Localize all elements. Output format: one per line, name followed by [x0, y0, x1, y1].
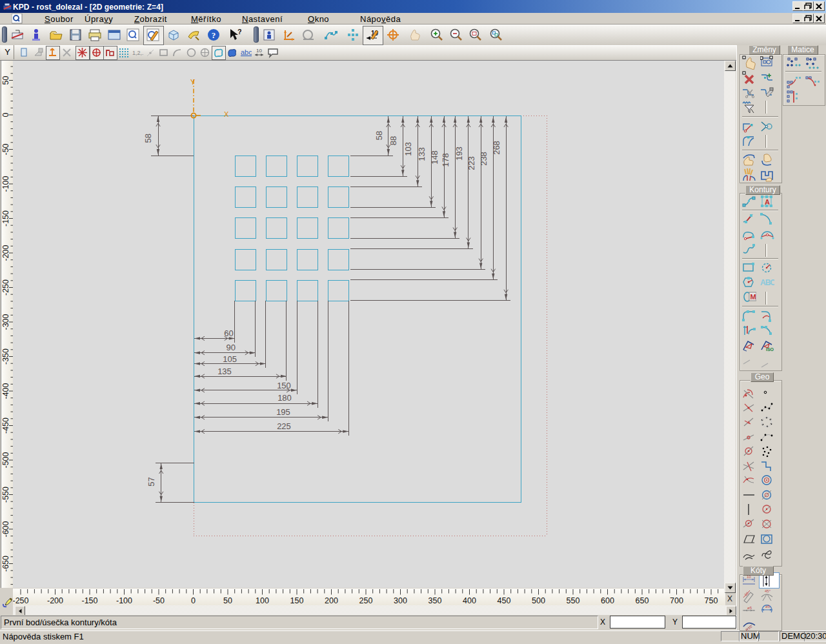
svg-text:-50: -50 — [153, 596, 165, 605]
svg-text:-150: -150 — [81, 596, 97, 605]
svg-text:50: 50 — [223, 596, 232, 605]
svg-text:R10: R10 — [745, 624, 753, 632]
svg-text:58: 58 — [374, 131, 384, 140]
svg-text:10: 10 — [256, 48, 262, 54]
svg-text:X: X — [224, 110, 229, 118]
svg-text:0: 0 — [191, 596, 196, 605]
svg-text:100: 100 — [256, 596, 269, 605]
svg-text:550: 550 — [567, 596, 580, 605]
svg-text:-450: -450 — [1, 418, 10, 434]
svg-text:?: ? — [237, 28, 241, 35]
svg-text:ABC: ABC — [760, 278, 774, 287]
svg-text:88: 88 — [388, 136, 398, 145]
svg-text:238: 238 — [479, 152, 489, 166]
svg-text:650: 650 — [636, 596, 649, 605]
svg-text:ø5: ø5 — [765, 605, 771, 609]
svg-text:105: 105 — [223, 354, 237, 364]
svg-text:-350: -350 — [1, 348, 10, 365]
svg-text:-150: -150 — [1, 210, 10, 226]
svg-text:Y: Y — [190, 78, 196, 86]
svg-text:180: 180 — [277, 393, 292, 403]
svg-text:abc: abc — [241, 48, 252, 56]
svg-text:90: 90 — [226, 343, 235, 352]
svg-text:133: 133 — [417, 147, 427, 161]
svg-text:193: 193 — [454, 146, 464, 161]
svg-text:225: 225 — [277, 421, 291, 431]
svg-text:-550: -550 — [1, 487, 10, 503]
svg-text:400: 400 — [463, 596, 476, 605]
svg-text:500: 500 — [532, 596, 545, 605]
svg-text:-250: -250 — [13, 596, 29, 605]
svg-text:700: 700 — [670, 596, 683, 605]
svg-text:0: 0 — [1, 112, 10, 117]
svg-text:178: 178 — [441, 153, 450, 167]
svg-text:-100: -100 — [1, 176, 10, 192]
svg-text:?: ? — [212, 30, 216, 40]
svg-text:-200: -200 — [1, 245, 10, 261]
svg-text:103: 103 — [403, 142, 413, 156]
svg-text:58: 58 — [143, 134, 153, 143]
svg-text:750: 750 — [705, 596, 718, 605]
svg-text:250: 250 — [359, 596, 373, 605]
svg-text:60: 60 — [224, 328, 233, 338]
svg-text:ISO: ISO — [766, 347, 774, 352]
svg-text:135: 135 — [217, 367, 232, 376]
svg-text:300: 300 — [394, 596, 407, 605]
svg-text:200: 200 — [325, 596, 338, 605]
svg-text:350: 350 — [428, 596, 442, 605]
svg-text:-400: -400 — [1, 383, 10, 399]
svg-text:-200: -200 — [47, 596, 63, 605]
svg-text:A: A — [765, 198, 770, 206]
svg-text:-600: -600 — [1, 521, 10, 537]
svg-text:M: M — [750, 293, 756, 301]
svg-text:50: 50 — [1, 76, 10, 85]
svg-text:268: 268 — [492, 141, 501, 155]
svg-text:150: 150 — [277, 381, 291, 390]
svg-text:148: 148 — [430, 150, 439, 165]
svg-text:57: 57 — [146, 477, 156, 486]
svg-text:-650: -650 — [1, 556, 10, 572]
svg-text:-250: -250 — [1, 279, 10, 296]
svg-text:ø5: ø5 — [747, 606, 752, 610]
svg-text:-100: -100 — [116, 596, 132, 605]
svg-text:-300: -300 — [1, 314, 10, 330]
svg-text:-50: -50 — [1, 143, 10, 155]
svg-text:600: 600 — [601, 596, 614, 605]
svg-text:450: 450 — [498, 596, 511, 605]
svg-text:195: 195 — [276, 407, 290, 417]
svg-text:223: 223 — [467, 156, 476, 170]
svg-text:1,2,..: 1,2,.. — [132, 50, 143, 56]
svg-text:45°: 45° — [765, 589, 771, 593]
svg-text:-500: -500 — [1, 452, 10, 468]
svg-text:150: 150 — [290, 596, 304, 605]
